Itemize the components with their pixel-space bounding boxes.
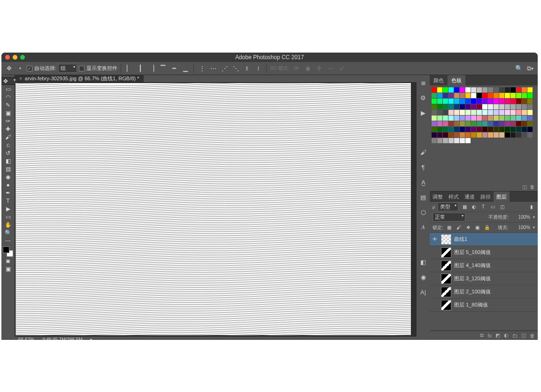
swatch[interactable] [477, 87, 482, 92]
swatch[interactable] [516, 121, 521, 126]
swatch[interactable] [443, 110, 448, 115]
swatch[interactable] [465, 110, 471, 115]
swatch[interactable] [471, 121, 476, 126]
swatch[interactable] [488, 87, 493, 92]
canvas-viewport[interactable] [15, 82, 417, 336]
swatch[interactable] [454, 87, 459, 92]
gradient-tool[interactable]: ▤ [2, 165, 14, 173]
swatch[interactable] [460, 99, 465, 104]
swatch[interactable] [460, 132, 465, 138]
swatch[interactable] [443, 127, 448, 132]
swatch[interactable] [494, 121, 499, 126]
char-styles-icon[interactable]: A| [418, 287, 428, 297]
swatch[interactable] [454, 115, 459, 121]
swatch[interactable] [482, 87, 487, 92]
swatch[interactable] [448, 127, 454, 132]
distribute-4-icon[interactable]: ⋱ [231, 64, 240, 73]
swatch[interactable] [448, 104, 454, 109]
brush-tool[interactable]: 🖌 [2, 133, 14, 141]
swatch[interactable] [448, 110, 454, 115]
filter-kind-dropdown[interactable]: 类型 [438, 202, 458, 211]
swatch[interactable] [494, 127, 499, 132]
swatch[interactable] [465, 87, 471, 92]
swatch[interactable] [522, 110, 527, 115]
cc-libraries-icon[interactable]: ◉ [418, 272, 428, 282]
swatch[interactable] [488, 121, 493, 126]
swatch[interactable] [510, 87, 516, 92]
zoom-level[interactable]: 66.67% [18, 337, 34, 340]
swatch[interactable] [488, 127, 493, 132]
swatch[interactable] [522, 99, 527, 104]
zoom-tool[interactable]: 🔍 [2, 229, 14, 237]
properties-panel-icon[interactable]: ⚙ [418, 93, 428, 102]
swatch[interactable] [454, 132, 459, 138]
quick-select-tool[interactable]: ✎ [2, 101, 14, 109]
swatch[interactable] [527, 104, 533, 109]
swatch[interactable] [527, 99, 533, 104]
swatch[interactable] [499, 104, 504, 109]
layer-thumbnail[interactable] [441, 300, 451, 310]
align-bottom-icon[interactable]: ▁ [181, 64, 190, 73]
swatch[interactable] [432, 127, 437, 132]
fill-input[interactable] [511, 225, 530, 230]
swatch[interactable] [522, 87, 527, 92]
swatch[interactable] [443, 99, 448, 104]
lock-image-icon[interactable]: 🖌 [456, 224, 462, 231]
type-tool[interactable]: T [2, 197, 14, 205]
swatch[interactable] [522, 104, 527, 109]
swatch[interactable] [499, 115, 504, 121]
swatch[interactable] [488, 104, 493, 109]
swatch[interactable] [516, 115, 521, 121]
swatch[interactable] [460, 87, 465, 92]
pen-tool[interactable]: ✒ [2, 189, 14, 197]
align-left-icon[interactable]: ▏ [124, 64, 134, 73]
swatch[interactable] [488, 115, 493, 121]
swatch[interactable] [516, 99, 521, 104]
swatch[interactable] [432, 104, 437, 109]
swatch[interactable] [494, 87, 499, 92]
layer-visibility-icon[interactable] [432, 289, 438, 295]
swatch[interactable] [454, 110, 459, 115]
swatch[interactable] [437, 99, 442, 104]
swatch[interactable] [505, 87, 510, 92]
new-layer-icon[interactable]: ◫ [521, 332, 526, 338]
swatch[interactable] [443, 87, 448, 92]
swatch[interactable] [516, 87, 521, 92]
swatch[interactable] [527, 93, 533, 98]
shape-tool[interactable]: ▭ [2, 213, 14, 221]
layer-visibility-icon[interactable] [432, 302, 438, 308]
swatch[interactable] [448, 93, 454, 98]
filter-smart-icon[interactable]: ◫ [499, 204, 505, 210]
layer-row[interactable]: 图层 2_100阈值 [430, 285, 538, 299]
tab-layer[interactable]: 图层 [494, 192, 510, 202]
swatch[interactable] [510, 93, 516, 98]
distribute-6-icon[interactable]: ⫶ [254, 64, 263, 73]
zoom-window-button[interactable] [20, 55, 25, 60]
quick-mask-tool[interactable]: ◙ [2, 257, 14, 265]
foreground-color-swatch[interactable] [3, 246, 9, 253]
swatch[interactable] [437, 121, 442, 126]
swatch[interactable] [522, 127, 527, 132]
marquee-tool[interactable]: ▭ [2, 85, 14, 93]
swatch[interactable] [527, 115, 533, 121]
layer-thumbnail[interactable] [441, 261, 451, 271]
swatch[interactable] [443, 104, 448, 109]
crop-tool[interactable]: ▣ [2, 109, 14, 117]
auto-select-checkbox[interactable]: ✓ [27, 66, 32, 71]
swatch[interactable] [482, 110, 487, 115]
swatch[interactable] [465, 132, 471, 138]
blend-mode-dropdown[interactable]: 正常 [433, 213, 465, 222]
swatch[interactable] [510, 104, 516, 109]
glyphs-panel-icon[interactable]: 𝐴 [418, 223, 428, 232]
layer-visibility-icon[interactable] [432, 276, 438, 282]
swatch[interactable] [505, 104, 510, 109]
layer-thumbnail[interactable] [441, 287, 451, 297]
swatch[interactable] [482, 132, 487, 138]
swatch[interactable] [448, 115, 454, 121]
swatch[interactable] [471, 87, 476, 92]
swatch[interactable] [465, 127, 471, 132]
swatch[interactable] [454, 121, 459, 126]
filter-adjust-icon[interactable]: ◐ [471, 204, 477, 210]
swatch[interactable] [460, 104, 465, 109]
swatch[interactable] [499, 132, 504, 138]
